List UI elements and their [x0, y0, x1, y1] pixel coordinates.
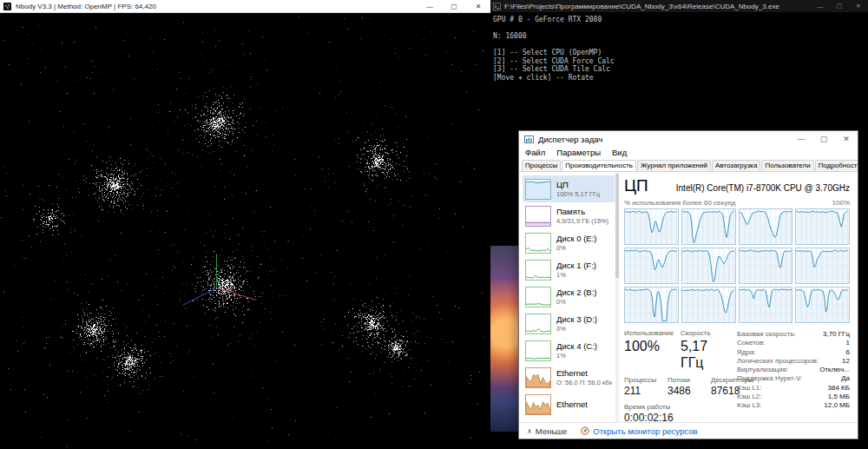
cpu-core-graph-4: [795, 208, 850, 245]
console-line: [493, 24, 868, 33]
info-row-8: Кэш L2:1,5 МБ: [737, 393, 850, 401]
nbody-titlebar[interactable]: Nbody V3.3 | Method: OpenMP | FPS: 64,42…: [0, 0, 490, 13]
console-line: [2] -- Select CUDA Force Calc: [493, 57, 868, 66]
console-maximize-button[interactable]: ▢: [830, 0, 849, 12]
console-line: [Move + click] -- Rotate: [493, 74, 868, 83]
sidebar-item-disk-3[interactable]: Диск 1 (F:)1%: [523, 256, 615, 283]
cpu-core-graph-1: [624, 208, 679, 245]
sidebar-item-disk-6[interactable]: Диск 4 (C:)1%: [523, 337, 615, 364]
stat-speed: Скорость5,17 ГГц: [681, 329, 733, 371]
console-line: [1] -- Select CPU (OpenMP): [493, 49, 868, 57]
tab-performance[interactable]: Производительность: [562, 160, 636, 172]
console-minimize-button[interactable]: —: [811, 0, 830, 12]
stat-label: Использование: [624, 329, 677, 338]
cpu-core-graph-9: [624, 287, 679, 323]
task-manager-close-button[interactable]: ✕: [835, 131, 858, 147]
cpu-stats-left: Использование100%Скорость5,17 ГГцПроцесс…: [624, 329, 737, 422]
sidebar-item-detail: 4,9/31,9 ГБ (15%): [556, 217, 608, 225]
resource-monitor-label: Открыть монитор ресурсов: [593, 426, 697, 436]
task-manager-maximize-button[interactable]: ▢: [812, 131, 835, 147]
nbody-window: Nbody V3.3 | Method: OpenMP | FPS: 64,42…: [0, 0, 490, 449]
tab-details[interactable]: Подробности: [815, 160, 858, 171]
stat-value: 5,17 ГГц: [681, 338, 733, 371]
sidebar-item-disk-5[interactable]: Диск 3 (D:)0%: [523, 310, 615, 337]
console-line: [493, 41, 868, 50]
info-value: 3,70 ГГц: [823, 330, 850, 339]
sidebar-item-cpu-0[interactable]: ЦП100% 5,17 ГГц: [523, 175, 615, 202]
cpu-core-graph-5: [624, 248, 679, 284]
stat-label: Процессы: [624, 376, 664, 385]
task-manager-tabs: ПроцессыПроизводительностьЖурнал приложе…: [519, 158, 858, 172]
sidebar-item-detail: О: 56,0 П: 56,0 кбит/с: [556, 379, 612, 386]
disk-mini-graph-icon: [525, 287, 551, 307]
sidebar-item-name: Диск 1 (F:): [556, 261, 596, 271]
console-close-button[interactable]: ✕: [849, 0, 868, 12]
info-label: Поддержка Hyper-V:: [737, 374, 802, 383]
info-label: Виртуализация:: [737, 366, 788, 374]
console-window-title: F:\Files\Projects\Программирование\CUDA_…: [504, 3, 779, 10]
task-manager-menubar: ФайлПараметрыВид: [519, 147, 858, 158]
task-manager-titlebar[interactable]: Диспетчер задач — ▢ ✕: [519, 131, 858, 147]
stat-value: 211: [624, 385, 664, 398]
sidebar-item-disk-2[interactable]: Диск 0 (E:)0%: [523, 229, 615, 256]
nbody-simulation-canvas[interactable]: [0, 13, 490, 449]
desktop: Nbody V3.3 | Method: OpenMP | FPS: 64,42…: [0, 0, 868, 449]
sidebar-scrollbar-thumb[interactable]: [615, 174, 619, 278]
nbody-close-button[interactable]: ✕: [466, 0, 490, 12]
resource-monitor-icon: [581, 426, 589, 435]
task-manager-icon: [524, 135, 534, 144]
stat-threads: Потоки3486: [667, 376, 707, 398]
open-resource-monitor-link[interactable]: Открыть монитор ресурсов: [581, 426, 697, 436]
tab-app-history[interactable]: Журнал приложений: [637, 160, 711, 171]
fewer-details-label: Меньше: [536, 426, 567, 436]
sidebar-item-name: Диск 0 (E:): [556, 234, 597, 244]
info-row-3: Ядра:6: [737, 348, 850, 357]
nbody-app-icon: [3, 3, 11, 10]
sidebar-item-name: Ethernet: [556, 399, 588, 410]
info-value: Отключ...: [819, 366, 850, 374]
cpu-core-graph-3: [739, 208, 793, 245]
disk-mini-graph-icon: [525, 340, 551, 361]
stat-label: Скорость: [681, 329, 733, 338]
info-value: 384 КБ: [828, 384, 850, 393]
tab-startup[interactable]: Автозагрузка: [712, 160, 761, 171]
info-row-6: Поддержка Hyper-V:Да: [737, 374, 850, 383]
sidebar-item-memory-1[interactable]: Память4,9/31,9 ГБ (15%): [523, 202, 615, 229]
cpu-model-name: Intel(R) Core(TM) i7-8700K CPU @ 3.70GHz: [676, 183, 850, 195]
sidebar-item-net-8[interactable]: Ethernet: [523, 391, 615, 418]
menu-item-view[interactable]: Вид: [612, 148, 627, 157]
sidebar-item-detail: 0%: [556, 298, 597, 306]
task-manager-body: ЦП100% 5,17 ГГцПамять4,9/31,9 ГБ (15%)Ди…: [519, 172, 858, 422]
cpu-core-graph-8: [795, 248, 850, 284]
menu-item-file[interactable]: Файл: [525, 148, 545, 157]
fewer-details-button[interactable]: ∧ Меньше: [527, 426, 567, 436]
info-label: Кэш L2:: [737, 393, 762, 401]
stat-value: 100%: [624, 338, 677, 354]
sidebar-item-name: ЦП: [556, 180, 600, 190]
info-row-4: Логических процессоров:12: [737, 357, 850, 366]
info-label: Кэш L3:: [737, 401, 762, 410]
tab-processes[interactable]: Процессы: [522, 160, 561, 171]
sidebar-item-name: Диск 2 (B:): [556, 287, 597, 298]
cpu-core-graph-2: [681, 208, 736, 245]
console-titlebar[interactable]: F:\Files\Projects\Программирование\CUDA_…: [490, 0, 868, 12]
cpu-header: ЦП Intel(R) Core(TM) i7-8700K CPU @ 3.70…: [624, 176, 850, 195]
cpu-graph-max-label: 100%: [832, 199, 850, 207]
cpu-core-graph-6: [681, 248, 736, 284]
info-value: 6: [846, 348, 850, 357]
task-manager-minimize-button[interactable]: —: [790, 131, 812, 147]
cpu-core-graphs: [624, 208, 850, 323]
net-mini-graph-icon: [525, 367, 551, 388]
sidebar-item-net-7[interactable]: EthernetО: 56,0 П: 56,0 кбит/с: [523, 364, 615, 391]
sidebar-item-disk-4[interactable]: Диск 2 (B:)0%: [523, 283, 615, 310]
stat-label: Время работы: [624, 403, 674, 412]
nbody-minimize-button[interactable]: —: [418, 0, 442, 12]
task-manager-window: Диспетчер задач — ▢ ✕ ФайлПараметрыВид П…: [518, 130, 858, 439]
nbody-maximize-button[interactable]: ▢: [442, 0, 466, 12]
sidebar-scrollbar[interactable]: [615, 172, 619, 422]
info-label: Базовая скорость:: [737, 330, 796, 339]
cpu-core-graph-12: [795, 287, 850, 323]
info-value: Да: [841, 374, 850, 383]
tab-users[interactable]: Пользователи: [761, 160, 813, 171]
menu-item-options[interactable]: Параметры: [556, 148, 601, 157]
